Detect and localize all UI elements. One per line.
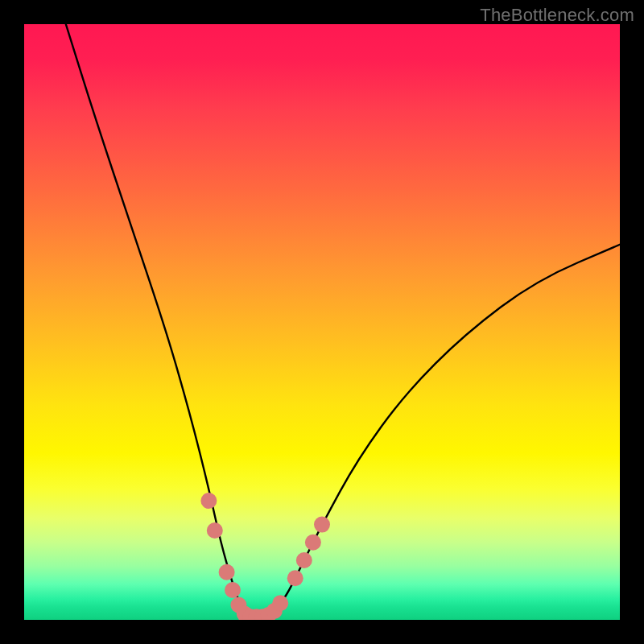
- marker-group: [200, 493, 330, 620]
- curve-marker: [219, 564, 235, 580]
- curve-marker: [296, 552, 312, 568]
- curve-marker: [200, 493, 217, 509]
- curve-marker: [207, 522, 223, 539]
- curve-svg: [24, 24, 620, 620]
- watermark-text: TheBottleneck.com: [480, 5, 634, 26]
- plot-area: [24, 24, 620, 620]
- bottleneck-curve-path: [66, 24, 620, 617]
- curve-marker: [314, 517, 330, 533]
- curve-marker: [272, 595, 288, 611]
- curve-marker: [305, 535, 321, 551]
- curve-marker: [225, 582, 241, 598]
- chart-frame: TheBottleneck.com: [0, 0, 644, 644]
- curve-marker: [287, 570, 303, 586]
